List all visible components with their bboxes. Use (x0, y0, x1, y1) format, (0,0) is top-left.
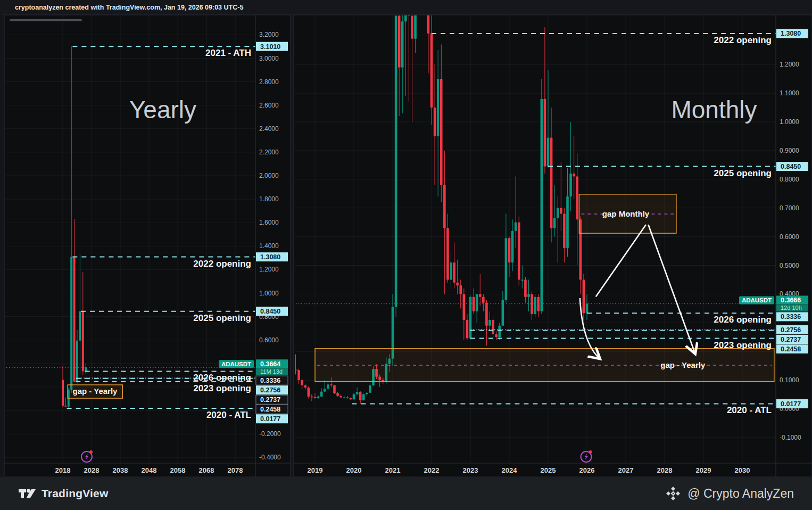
price-tag[interactable]: 0.2756 (776, 325, 808, 334)
candle-body (508, 238, 511, 262)
price-tag[interactable]: 0.2756 (256, 385, 288, 394)
price-level-label: 2026 opening (193, 373, 251, 383)
price-tag[interactable]: 0.8450 (256, 307, 288, 316)
candle-body (446, 228, 449, 279)
candle-body (350, 398, 352, 400)
price-tag[interactable]: 0.8450 (776, 162, 808, 171)
axis-tick-label: 0.6000 (780, 233, 799, 241)
price-tag[interactable]: 0.2458 (256, 405, 288, 414)
candle-body (527, 294, 530, 297)
author-credit-label: @ Crypto AnalyZen (687, 487, 794, 501)
candle-body (333, 385, 336, 393)
candle-body (297, 370, 300, 380)
price-tag[interactable]: 1.3080 (256, 252, 288, 261)
candle-body (317, 397, 320, 398)
candle-body (362, 394, 365, 400)
year-label: 2020 (346, 466, 362, 474)
candle-body (479, 294, 482, 297)
candle-body (414, 0, 417, 39)
price-level-label: 2023 opening (714, 340, 772, 350)
price-tag[interactable]: 3.1010 (256, 42, 288, 51)
candle-body (563, 213, 566, 248)
candle-body (76, 341, 78, 382)
candle-body (311, 397, 313, 398)
candle-body (82, 311, 84, 372)
candle-body (430, 34, 433, 108)
candle-body (343, 397, 345, 398)
price-tag[interactable]: 0.2737 (776, 335, 808, 344)
candle-body (573, 174, 575, 176)
candle-body (586, 303, 589, 313)
author-credit: @ Crypto AnalyZen (665, 486, 794, 501)
candle-body (440, 79, 443, 185)
candle-body (476, 294, 478, 311)
axis-tick-label: 1.2000 (780, 61, 799, 68)
price-tag[interactable]: 0.3336 (256, 376, 288, 385)
year-label: 2028 (84, 466, 100, 474)
tradingview-brand[interactable]: TradingView (18, 487, 109, 500)
price-tag-value: 0.8450 (260, 308, 280, 315)
price-tag-value: 0.8450 (781, 163, 801, 170)
axis-tick-label: 2.0000 (259, 172, 279, 179)
year-label: 2024 (502, 466, 518, 474)
candle-body (359, 392, 362, 400)
candle-body (339, 396, 342, 398)
candle-body (566, 196, 569, 248)
panel-title: Monthly (671, 96, 757, 124)
price-tag-value: 1.3080 (781, 30, 801, 37)
candle-body (308, 388, 310, 397)
candle-body (505, 238, 508, 300)
candle-body (327, 384, 329, 389)
year-label: 2038 (113, 466, 128, 474)
chart-canvas[interactable]: gap - YearlyYearly2021 - ATH2022 opening… (0, 0, 812, 510)
candle-body (336, 393, 339, 396)
pane-handle[interactable] (10, 19, 82, 21)
axis-tick-label: 0.5000 (780, 262, 799, 269)
price-tag-value: 0.0177 (781, 400, 801, 408)
candle-body (411, 16, 413, 39)
candle-body (85, 367, 87, 371)
axis-tick-label: 1.0000 (780, 118, 799, 126)
panel-title: Yearly (129, 96, 196, 124)
candle-body (583, 279, 585, 313)
axis-tick-label: -0.2000 (259, 430, 281, 438)
price-tag[interactable]: 0.2458 (776, 344, 808, 353)
year-label: 2025 (541, 466, 556, 474)
candle-body (398, 16, 401, 68)
candle-body (466, 320, 469, 338)
axis-tick-label: 1.0000 (259, 290, 279, 297)
year-label: 2018 (55, 466, 71, 474)
candle-body (576, 176, 578, 219)
binance-diamond-icon (665, 486, 681, 501)
candle-body (79, 311, 81, 341)
candle-body (324, 389, 326, 391)
candle-body (70, 257, 72, 390)
price-tag[interactable]: 0.2737 (256, 395, 288, 404)
candle-body (482, 297, 485, 303)
price-level-label: 2026 opening (714, 315, 772, 325)
year-label: 2022 (424, 466, 440, 474)
panel-yearly[interactable]: gap - YearlyYearly2021 - ATH2022 opening… (4, 15, 291, 477)
candle-body (353, 394, 355, 400)
candle-body (469, 297, 472, 339)
price-tag[interactable]: 0.0177 (776, 399, 808, 408)
axis-tick-label: 0.1000 (780, 376, 799, 384)
price-tag[interactable]: 0.0177 (256, 414, 288, 423)
price-tag[interactable]: 1.3080 (776, 29, 808, 38)
price-level-label: 2023 opening (193, 383, 251, 393)
candle-body (463, 294, 466, 320)
axis-tick-label: 3.0000 (259, 55, 279, 62)
price-tag[interactable]: 0.3336 (776, 312, 808, 321)
price-tag-value: 0.0177 (260, 415, 280, 423)
candle-body (408, 0, 410, 16)
candle-body (495, 334, 498, 337)
candle-body (473, 297, 475, 311)
candle-body (437, 79, 440, 136)
axis-tick-label: 1.6000 (259, 219, 279, 226)
candle-body (346, 397, 349, 398)
price-tag-value: 1.3080 (260, 253, 280, 261)
candle-body (73, 257, 76, 382)
year-label: 2026 (579, 466, 595, 474)
year-label: 2021 (385, 466, 401, 474)
panel-monthly[interactable]: gap Monthlygap - YearlyMonthly2022 openi… (294, 0, 812, 477)
